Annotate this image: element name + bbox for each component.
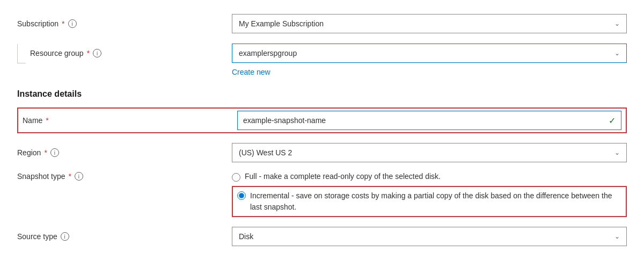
resource-group-label-col: Resource group * i xyxy=(30,49,232,58)
name-input[interactable] xyxy=(243,116,609,125)
snapshot-type-options: Full - make a complete read-only copy of… xyxy=(232,172,627,217)
name-row-highlight: Name * ✓ xyxy=(17,107,627,133)
subscription-row: Subscription * i My Example Subscription… xyxy=(17,13,627,34)
source-type-label-col: Source type i xyxy=(17,232,232,241)
region-row: Region * i (US) West US 2 ⌄ xyxy=(17,142,627,163)
snapshot-type-label-col: Snapshot type * i xyxy=(17,172,232,181)
region-label-col: Region * i xyxy=(17,148,232,157)
source-type-chevron-icon: ⌄ xyxy=(614,233,620,240)
snapshot-type-incremental-box: Incremental - save on storage costs by m… xyxy=(232,186,627,217)
subscription-label: Subscription xyxy=(17,19,58,28)
source-type-dropdown[interactable]: Disk ⌄ xyxy=(232,227,627,246)
snapshot-type-label: Snapshot type xyxy=(17,172,65,181)
snapshot-type-full-label[interactable]: Full - make a complete read-only copy of… xyxy=(245,172,441,181)
source-type-control: Disk ⌄ xyxy=(232,227,627,246)
resource-group-label: Resource group xyxy=(30,49,84,58)
source-type-row: Source type i Disk ⌄ xyxy=(17,226,627,247)
snapshot-type-incremental-radio[interactable] xyxy=(237,191,246,200)
name-input-wrapper: ✓ xyxy=(237,111,621,130)
create-new-link[interactable]: Create new xyxy=(232,68,270,76)
name-valid-check-icon: ✓ xyxy=(609,116,616,126)
source-type-label: Source type xyxy=(17,232,57,241)
name-label: Name xyxy=(23,116,42,125)
snapshot-type-row: Snapshot type * i Full - make a complete… xyxy=(17,172,627,217)
snapshot-type-required: * xyxy=(69,172,71,181)
resource-group-dropdown[interactable]: examplerspgroup ⌄ xyxy=(232,44,627,63)
region-required: * xyxy=(44,148,47,157)
source-type-info-icon[interactable]: i xyxy=(61,232,69,241)
subscription-chevron-icon: ⌄ xyxy=(614,20,620,27)
region-control: (US) West US 2 ⌄ xyxy=(232,143,627,162)
subscription-label-col: Subscription * i xyxy=(17,19,232,28)
create-new-row: Create new xyxy=(17,66,627,76)
resource-group-required: * xyxy=(87,49,90,58)
resource-group-row: Resource group * i examplerspgroup ⌄ xyxy=(17,43,627,63)
snapshot-type-incremental-label[interactable]: Incremental - save on storage costs by m… xyxy=(250,190,621,213)
resource-group-info-icon[interactable]: i xyxy=(93,49,101,58)
snapshot-type-info-icon[interactable]: i xyxy=(75,172,83,181)
snapshot-type-full-radio[interactable] xyxy=(232,173,240,182)
subscription-info-icon[interactable]: i xyxy=(68,19,77,28)
resource-group-chevron-icon: ⌄ xyxy=(614,49,620,57)
name-required: * xyxy=(46,116,48,125)
region-dropdown[interactable]: (US) West US 2 ⌄ xyxy=(232,143,627,162)
indent-connector xyxy=(17,44,26,63)
region-chevron-icon: ⌄ xyxy=(614,149,620,156)
name-label-col: Name * xyxy=(23,116,237,125)
snapshot-type-full-option: Full - make a complete read-only copy of… xyxy=(232,172,627,182)
subscription-required: * xyxy=(62,19,64,28)
source-type-value: Disk xyxy=(239,232,253,241)
subscription-control: My Example Subscription ⌄ xyxy=(232,14,627,33)
region-label: Region xyxy=(17,148,41,157)
subscription-value: My Example Subscription xyxy=(239,19,324,28)
name-control: ✓ xyxy=(237,111,621,130)
subscription-dropdown[interactable]: My Example Subscription ⌄ xyxy=(232,14,627,33)
resource-group-value: examplerspgroup xyxy=(239,49,297,58)
resource-group-control: examplerspgroup ⌄ xyxy=(232,44,627,63)
region-info-icon[interactable]: i xyxy=(50,148,59,157)
instance-details-title: Instance details xyxy=(17,89,627,99)
region-value: (US) West US 2 xyxy=(239,148,292,157)
